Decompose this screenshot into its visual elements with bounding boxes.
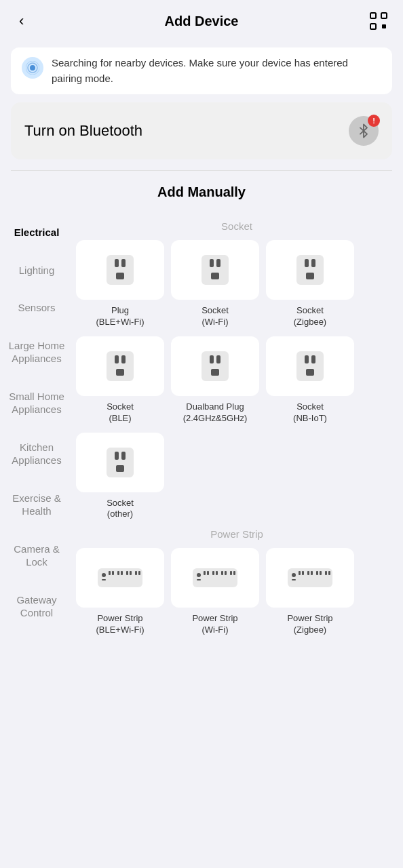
page-title: Add Device <box>165 14 239 29</box>
bluetooth-label: Turn on Bluetooth <box>24 122 142 140</box>
svg-rect-28 <box>305 355 309 363</box>
device-row-1: Plug(BLE+Wi-Fi) Socket(Wi-Fi) <box>76 240 398 328</box>
sidebar-item-camera-lock[interactable]: Camera & Lock <box>0 530 73 581</box>
section-label-socket: Socket <box>76 220 398 232</box>
svg-rect-45 <box>138 571 140 575</box>
device-name-socket-nb-iot: Socket(NB-IoT) <box>293 401 327 425</box>
device-name-socket-zigbee: Socket(Zigbee) <box>294 305 326 328</box>
device-icon-socket-other <box>76 433 164 492</box>
sidebar-item-sensors[interactable]: Sensors <box>0 289 73 327</box>
device-card-socket-nb-iot[interactable]: Socket(NB-IoT) <box>266 336 354 425</box>
sidebar: Electrical Lighting Sensors Large Home A… <box>0 214 73 644</box>
svg-point-4 <box>30 65 35 71</box>
device-name-power-strip-wifi: Power Strip(Wi-Fi) <box>192 613 237 636</box>
svg-rect-10 <box>116 273 124 279</box>
scan-icon[interactable] <box>368 10 389 32</box>
svg-rect-43 <box>130 571 132 575</box>
svg-rect-18 <box>306 273 314 279</box>
svg-rect-12 <box>210 259 214 267</box>
search-description: Searching for nearby devices. Make sure … <box>52 56 381 86</box>
svg-rect-22 <box>116 369 124 376</box>
device-name-dualband-plug: Dualband Plug(2.4GHz&5GHz) <box>183 401 248 425</box>
device-name-power-strip-zigbee: Power Strip(Zigbee) <box>287 613 332 636</box>
search-suffix: . <box>111 73 113 84</box>
svg-rect-34 <box>116 465 124 472</box>
svg-rect-54 <box>225 571 227 575</box>
svg-rect-21 <box>121 355 126 363</box>
device-icon-dualband-plug <box>171 336 259 396</box>
svg-rect-64 <box>316 571 318 575</box>
svg-rect-41 <box>121 571 123 575</box>
device-row-2: Socket(BLE) Dualband Plug(2.4GHz&5GHz) <box>76 336 398 425</box>
content-area: Electrical Lighting Sensors Large Home A… <box>0 214 403 644</box>
svg-rect-2 <box>370 24 376 29</box>
svg-rect-24 <box>210 355 214 363</box>
svg-rect-19 <box>107 351 134 381</box>
svg-rect-17 <box>311 259 315 267</box>
device-card-power-strip-ble-wifi[interactable]: Power Strip(BLE+Wi-Fi) <box>76 548 164 636</box>
device-name-plug-ble-wifi: Plug(BLE+Wi-Fi) <box>96 305 144 328</box>
device-icon-socket-nb-iot <box>266 336 354 396</box>
svg-rect-32 <box>115 452 119 460</box>
device-area: Socket Plug(BLE+Wi-Fi) <box>73 214 403 644</box>
search-text: Searching for nearby devices. Make sure … <box>52 57 348 68</box>
search-radar-icon <box>22 57 43 79</box>
device-icon-plug-ble-wifi <box>76 240 164 300</box>
svg-rect-38 <box>109 571 111 575</box>
svg-rect-53 <box>221 571 223 575</box>
device-card-power-strip-zigbee[interactable]: Power Strip(Zigbee) <box>266 548 354 636</box>
svg-rect-50 <box>207 571 209 575</box>
pairing-mode-link[interactable]: pairing mode <box>52 73 111 84</box>
svg-rect-0 <box>370 13 376 18</box>
svg-rect-39 <box>112 571 114 575</box>
svg-point-36 <box>102 573 106 577</box>
svg-rect-1 <box>381 13 387 18</box>
sidebar-item-kitchen-appliances[interactable]: Kitchen Appliances <box>0 429 73 479</box>
sidebar-item-small-home-appliances[interactable]: Small Home Appliances <box>0 378 73 429</box>
svg-rect-49 <box>204 571 206 575</box>
back-button[interactable]: ‹ <box>14 9 29 33</box>
divider <box>11 170 392 171</box>
sidebar-item-exercise-health[interactable]: Exercise & Health <box>0 479 73 530</box>
device-card-socket-ble[interactable]: Socket(BLE) <box>76 336 164 425</box>
svg-rect-29 <box>311 355 315 363</box>
svg-rect-31 <box>107 448 134 477</box>
bluetooth-banner[interactable]: Turn on Bluetooth ! <box>11 102 392 159</box>
svg-rect-30 <box>306 369 314 376</box>
svg-rect-55 <box>230 571 232 575</box>
svg-rect-60 <box>299 571 301 575</box>
svg-rect-42 <box>126 571 128 575</box>
device-card-socket-wifi[interactable]: Socket(Wi-Fi) <box>171 240 259 328</box>
device-row-4: Power Strip(BLE+Wi-Fi) <box>76 548 398 636</box>
sidebar-item-electrical[interactable]: Electrical <box>0 214 73 252</box>
device-name-socket-wifi: Socket(Wi-Fi) <box>202 305 229 328</box>
sidebar-item-lighting[interactable]: Lighting <box>0 252 73 290</box>
svg-rect-14 <box>211 273 219 279</box>
device-icon-power-strip-ble-wifi <box>76 548 164 608</box>
device-card-power-strip-wifi[interactable]: Power Strip(Wi-Fi) <box>171 548 259 636</box>
device-card-socket-other[interactable]: Socket(other) <box>76 433 164 521</box>
device-icon-socket-wifi <box>171 240 259 300</box>
svg-rect-27 <box>296 351 324 381</box>
device-card-dualband-plug[interactable]: Dualband Plug(2.4GHz&5GHz) <box>171 336 259 425</box>
svg-rect-3 <box>382 24 386 28</box>
svg-rect-59 <box>292 579 296 580</box>
bluetooth-icon-wrap: ! <box>349 116 379 146</box>
svg-rect-15 <box>296 255 324 285</box>
svg-rect-20 <box>115 355 119 363</box>
sidebar-item-gateway-control[interactable]: Gateway Control <box>0 581 73 632</box>
svg-rect-16 <box>305 259 309 267</box>
search-bar: Searching for nearby devices. Make sure … <box>11 47 392 94</box>
svg-rect-25 <box>216 355 220 363</box>
section-label-power-strip: Power Strip <box>76 528 398 540</box>
device-card-plug-ble-wifi[interactable]: Plug(BLE+Wi-Fi) <box>76 240 164 328</box>
svg-rect-66 <box>325 571 327 575</box>
add-manually-title: Add Manually <box>0 184 403 200</box>
device-name-power-strip-ble-wifi: Power Strip(BLE+Wi-Fi) <box>96 613 144 636</box>
device-card-socket-zigbee[interactable]: Socket(Zigbee) <box>266 240 354 328</box>
svg-rect-67 <box>328 571 330 575</box>
svg-rect-51 <box>212 571 214 575</box>
sidebar-item-large-home-appliances[interactable]: Large Home Appliances <box>0 327 73 378</box>
device-row-3: Socket(other) <box>76 433 398 521</box>
svg-rect-8 <box>115 259 119 267</box>
